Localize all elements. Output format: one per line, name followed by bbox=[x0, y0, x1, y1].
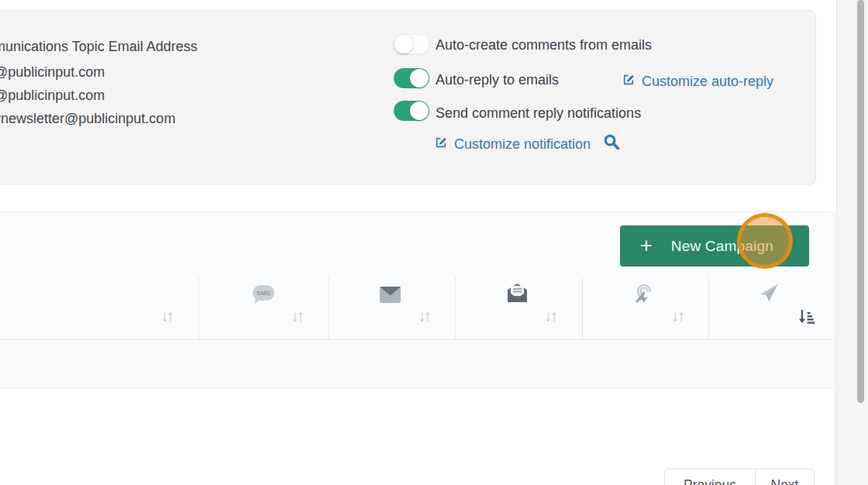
topic-email-address: ynewsletter@publicinput.com bbox=[0, 111, 175, 127]
toggle-knob bbox=[410, 69, 429, 88]
auto-reply-toggle[interactable] bbox=[394, 68, 429, 88]
sort-icon[interactable]: ↓↑ bbox=[671, 307, 683, 325]
auto-create-comments-label: Auto-create comments from emails bbox=[436, 37, 652, 53]
email-icon bbox=[380, 287, 401, 306]
topic-email-address: @publicinput.com bbox=[0, 88, 105, 104]
auto-reply-label: Auto-reply to emails bbox=[436, 72, 559, 88]
column-divider bbox=[708, 277, 709, 340]
edit-icon bbox=[434, 136, 448, 153]
sort-icon[interactable]: ↓↑ bbox=[160, 307, 172, 325]
customize-notification-link[interactable]: Customize notification bbox=[434, 133, 621, 155]
sort-icon[interactable]: ↓↑ bbox=[418, 307, 429, 325]
email-open-icon bbox=[507, 284, 528, 306]
customize-notification-label: Customize notification bbox=[454, 136, 591, 153]
send-icon bbox=[760, 285, 780, 306]
plus-icon: + bbox=[640, 236, 653, 256]
scrollbar-thumb[interactable] bbox=[857, 0, 864, 403]
new-campaign-label: New Campaign bbox=[671, 238, 773, 255]
comment-reply-notifications-label: Send comment reply notifications bbox=[436, 105, 641, 122]
topic-email-heading: munications Topic Email Address bbox=[0, 39, 198, 55]
search-icon[interactable] bbox=[603, 133, 621, 155]
screen: munications Topic Email Address @publici… bbox=[0, 0, 868, 485]
pagination: Previous Next bbox=[664, 469, 815, 485]
toggle-knob bbox=[410, 101, 429, 120]
customize-auto-reply-label: Customize auto-reply bbox=[642, 74, 773, 90]
sms-icon: SMS bbox=[253, 285, 274, 302]
new-campaign-button[interactable]: + New Campaign bbox=[620, 225, 809, 267]
topic-email-address: @publicinput.com bbox=[0, 64, 105, 81]
column-divider bbox=[198, 277, 199, 340]
column-divider bbox=[582, 277, 583, 340]
campaigns-panel: + New Campaign SMS bbox=[0, 212, 835, 485]
toggle-knob bbox=[394, 35, 413, 53]
customize-auto-reply-link[interactable]: Customize auto-reply bbox=[622, 73, 773, 91]
column-divider bbox=[455, 277, 456, 340]
next-page-button[interactable]: Next bbox=[756, 470, 814, 485]
table-row[interactable] bbox=[0, 341, 835, 389]
sort-icon[interactable]: ↓↑ bbox=[291, 307, 302, 325]
click-through-icon bbox=[633, 284, 654, 308]
edit-icon bbox=[622, 73, 636, 91]
previous-page-button[interactable]: Previous bbox=[665, 470, 756, 485]
column-divider bbox=[329, 277, 329, 340]
comment-reply-notifications-toggle[interactable] bbox=[394, 101, 429, 121]
auto-create-comments-toggle[interactable] bbox=[394, 34, 429, 54]
scrollbar-track[interactable] bbox=[836, 0, 868, 485]
sort-icon[interactable]: ↓↑ bbox=[544, 307, 556, 325]
sort-amount-down-icon[interactable] bbox=[797, 308, 815, 328]
